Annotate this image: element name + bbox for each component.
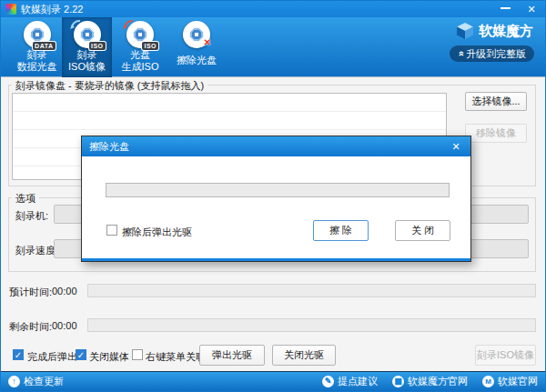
red-x-icon: [204, 37, 211, 47]
app-logo-icon: [5, 4, 16, 15]
erase-disc-dialog: 擦除光盘 擦除后弹出光驱 擦 除 关 闭: [81, 136, 471, 262]
chevron-up-icon: [455, 51, 466, 56]
ruanmei-site-label: 软媒官网: [498, 375, 538, 388]
eject-after-erase-checkbox[interactable]: [106, 225, 117, 236]
feedback-link[interactable]: 提点建议: [322, 375, 378, 388]
remove-image-button: 移除镜像: [465, 124, 527, 143]
erase-disc-icon: [183, 21, 210, 48]
toolbar-button-label: 光盘: [115, 49, 166, 61]
dialog-close-action-button[interactable]: 关 闭: [395, 220, 450, 241]
window-title: 软媒刻录 2.22: [21, 1, 83, 17]
close-media-label: 关闭媒体: [89, 350, 129, 364]
disc-to-iso-icon: ISO: [126, 21, 154, 48]
ruanmei-site-link[interactable]: 软媒官网: [482, 375, 538, 388]
estimated-time-value: 00:00: [52, 286, 77, 297]
erase-progressbar: [106, 183, 450, 197]
toolbar-button-erase-disc[interactable]: 擦除光盘: [170, 17, 223, 77]
dialog-bottom-accent: [82, 258, 470, 261]
feedback-label: 提点建议: [338, 375, 378, 388]
titlebar: 软媒刻录 2.22: [1, 1, 545, 17]
toolbar-button-label: 数据光盘: [12, 61, 62, 73]
remaining-time-label: 剩余时间:: [9, 320, 52, 334]
estimated-time-label: 预计时间:: [9, 286, 52, 299]
app-window: 软媒刻录 2.22 DATA 刻录 数据光盘 ISO 刻录 ISO镜像: [0, 0, 546, 392]
remaining-time-value: 00:00: [52, 320, 77, 331]
close-drive-button[interactable]: 关闭光驱: [272, 345, 336, 366]
check-update-link[interactable]: 检查更新: [8, 375, 64, 388]
iso-badge: ISO: [89, 42, 106, 50]
data-disc-icon: DATA: [24, 21, 51, 48]
burner-label: 刻录机:: [15, 209, 48, 223]
brand-name: 软媒魔方: [479, 23, 533, 40]
cube-icon: [456, 22, 474, 40]
context-menu-label: 右键菜单关联: [146, 350, 206, 364]
eject-after-finish-checkbox[interactable]: [13, 349, 24, 360]
toolbar-button-burn-data-disc[interactable]: DATA 刻录 数据光盘: [12, 17, 62, 77]
estimated-progressbar: [87, 284, 536, 297]
context-menu-checkbox[interactable]: [132, 349, 143, 360]
red-arrow-icon: [123, 18, 136, 31]
dialog-titlebar: 擦除光盘: [82, 136, 470, 156]
options-group-title: 选项: [12, 192, 39, 206]
eject-drive-button[interactable]: 弹出光驱: [199, 345, 265, 366]
update-arrow-icon: [8, 376, 20, 387]
toolbar-button-burn-iso-image[interactable]: ISO 刻录 ISO镜像: [62, 17, 112, 77]
blue-arrow-icon: [70, 18, 83, 31]
upgrade-label: 升级到完整版: [466, 47, 526, 61]
brand-logo: 软媒魔方: [456, 22, 533, 40]
select-image-button[interactable]: 选择镜像...: [465, 92, 527, 111]
pencil-icon: [322, 376, 334, 387]
mofang-site-label: 软媒魔方官网: [408, 375, 468, 388]
toolbar-button-label: 生成ISO: [115, 61, 166, 73]
eject-after-erase-label: 擦除后弹出光驱: [122, 226, 192, 239]
check-update-label: 检查更新: [24, 375, 64, 388]
upgrade-button[interactable]: 升级到完整版: [450, 45, 534, 62]
dialog-close-button[interactable]: [450, 140, 462, 153]
burn-iso-button: 刻录ISO镜像: [475, 345, 536, 366]
remaining-progressbar: [87, 318, 536, 332]
toolbar-button-label: 擦除光盘: [170, 55, 223, 66]
statusbar: 检查更新 提点建议 软媒魔方官网 软媒官网: [1, 371, 545, 391]
iso-badge: ISO: [142, 42, 158, 50]
minimize-button[interactable]: [500, 7, 511, 9]
toolbar-button-label: 刻录: [62, 49, 112, 61]
toolbar-button-label: ISO镜像: [62, 61, 112, 73]
toolbar-button-label: 刻录: [12, 49, 62, 61]
m-logo-icon: [482, 376, 494, 387]
mofang-site-link[interactable]: 软媒魔方官网: [392, 375, 468, 388]
iso-disc-icon: ISO: [74, 21, 101, 48]
close-media-checkbox[interactable]: [76, 349, 86, 360]
image-group-title: 刻录镜像盘 - 要烧录的镜像 (支持鼠标拖入): [12, 79, 207, 93]
toolbar-button-disc-to-iso[interactable]: ISO 光盘 生成ISO: [115, 17, 166, 77]
close-button[interactable]: [525, 3, 538, 15]
eject-after-finish-label: 完成后弹出: [27, 350, 77, 364]
erase-button[interactable]: 擦 除: [313, 220, 369, 241]
grid-icon: [392, 376, 404, 387]
toolbar: DATA 刻录 数据光盘 ISO 刻录 ISO镜像: [1, 17, 545, 77]
dialog-title: 擦除光盘: [89, 136, 129, 156]
data-badge: DATA: [33, 42, 55, 50]
speed-label: 刻录速度:: [15, 244, 58, 257]
